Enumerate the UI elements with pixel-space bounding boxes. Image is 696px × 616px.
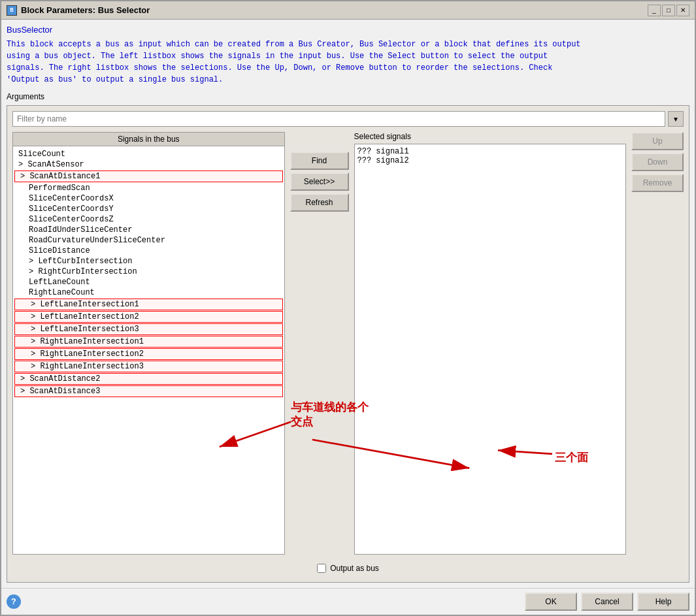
signal-item[interactable]: LeftLaneCount bbox=[13, 277, 284, 287]
minimize-button[interactable]: _ bbox=[648, 5, 661, 16]
arguments-label: Arguments bbox=[7, 92, 689, 101]
selected-signal-item: ??? signal2 bbox=[357, 156, 623, 165]
signal-item[interactable]: PerformedScan bbox=[13, 183, 284, 193]
signal-item[interactable]: > ScanAtSensor bbox=[13, 159, 284, 170]
find-button[interactable]: Find bbox=[290, 152, 349, 170]
output-as-bus-label: Output as bus bbox=[330, 564, 379, 573]
signal-item[interactable]: RoadIdUnderSliceCenter bbox=[13, 225, 284, 235]
down-button[interactable]: Down bbox=[631, 153, 684, 171]
selected-signals-box[interactable]: ??? signal1??? signal2 bbox=[354, 144, 627, 555]
filter-input[interactable] bbox=[12, 111, 665, 127]
title-bar-left: B Block Parameters: Bus Selector bbox=[7, 5, 150, 16]
signal-item[interactable]: > LeftLaneIntersection1 bbox=[14, 299, 283, 310]
signal-item[interactable]: > ScanAtDistance3 bbox=[14, 385, 283, 397]
cancel-button[interactable]: Cancel bbox=[581, 592, 633, 611]
signal-item[interactable]: SliceCenterCoordsX bbox=[13, 193, 284, 204]
output-bus-row: Output as bus bbox=[12, 560, 684, 577]
filter-dropdown-button[interactable]: ▼ bbox=[668, 111, 684, 127]
select-button[interactable]: Select>> bbox=[290, 172, 349, 191]
help-icon[interactable]: ? bbox=[7, 594, 21, 609]
signal-item[interactable]: RoadCurvatureUnderSliceCenter bbox=[13, 235, 284, 246]
window-title: Block Parameters: Bus Selector bbox=[21, 5, 150, 15]
selected-signal-item: ??? signal1 bbox=[357, 147, 623, 156]
signal-item[interactable]: SliceCenterCoordsY bbox=[13, 204, 284, 214]
signal-item[interactable]: RightLaneCount bbox=[13, 287, 284, 298]
bottom-right: OK Cancel Help bbox=[525, 592, 689, 611]
signal-item[interactable]: > LeftLaneIntersection3 bbox=[14, 323, 283, 335]
right-panel: Selected signals ??? signal1??? signal2 bbox=[354, 132, 627, 555]
signal-item[interactable]: > RightLaneIntersection1 bbox=[14, 336, 283, 348]
signal-item[interactable]: > RightLaneIntersection2 bbox=[14, 348, 283, 360]
block-name: BusSelector bbox=[7, 25, 689, 35]
title-bar-controls: _ □ ✕ bbox=[648, 5, 689, 16]
signal-item[interactable]: > LeftLaneIntersection2 bbox=[14, 311, 283, 323]
signal-item[interactable]: > RightCurbIntersection bbox=[13, 267, 284, 277]
refresh-button[interactable]: Refresh bbox=[290, 193, 349, 212]
signal-item[interactable]: > ScanAtDistance1 bbox=[14, 170, 283, 182]
up-button[interactable]: Up bbox=[631, 132, 684, 150]
output-as-bus-checkbox[interactable] bbox=[317, 564, 326, 573]
selected-signals-label: Selected signals bbox=[354, 132, 627, 141]
ok-button[interactable]: OK bbox=[525, 592, 577, 611]
far-right-buttons: Up Down Remove bbox=[631, 132, 684, 555]
filter-row: ▼ bbox=[12, 111, 684, 127]
middle-buttons: Find Select>> Refresh bbox=[290, 132, 349, 555]
arguments-area: ▼ Signals in the bus SliceCount> ScanAtS… bbox=[7, 105, 689, 583]
signals-list[interactable]: SliceCount> ScanAtSensor> ScanAtDistance… bbox=[12, 146, 285, 555]
signal-item[interactable]: > RightLaneIntersection3 bbox=[14, 361, 283, 372]
signal-item[interactable]: > LeftCurbIntersection bbox=[13, 256, 284, 267]
close-button[interactable]: ✕ bbox=[676, 5, 689, 16]
signals-header: Signals in the bus bbox=[12, 132, 285, 146]
signal-item[interactable]: SliceDistance bbox=[13, 246, 284, 256]
window-body: BusSelector This block accepts a bus as … bbox=[1, 20, 695, 588]
window-icon: B bbox=[7, 5, 17, 16]
description-text: This block accepts a bus as input which … bbox=[7, 39, 689, 86]
bottom-left: ? bbox=[7, 594, 21, 609]
signal-item[interactable]: > ScanAtDistance2 bbox=[14, 373, 283, 385]
signal-item[interactable]: SliceCenterCoordsZ bbox=[13, 214, 284, 225]
main-window: B Block Parameters: Bus Selector _ □ ✕ B… bbox=[0, 0, 696, 616]
main-content: Signals in the bus SliceCount> ScanAtSen… bbox=[12, 132, 684, 555]
left-panel: Signals in the bus SliceCount> ScanAtSen… bbox=[12, 132, 285, 555]
help-button[interactable]: Help bbox=[637, 592, 689, 611]
title-bar: B Block Parameters: Bus Selector _ □ ✕ bbox=[1, 1, 695, 20]
signal-item[interactable]: SliceCount bbox=[13, 149, 284, 159]
bottom-bar: ? OK Cancel Help bbox=[1, 588, 695, 615]
remove-button[interactable]: Remove bbox=[631, 174, 684, 192]
maximize-button[interactable]: □ bbox=[662, 5, 675, 16]
